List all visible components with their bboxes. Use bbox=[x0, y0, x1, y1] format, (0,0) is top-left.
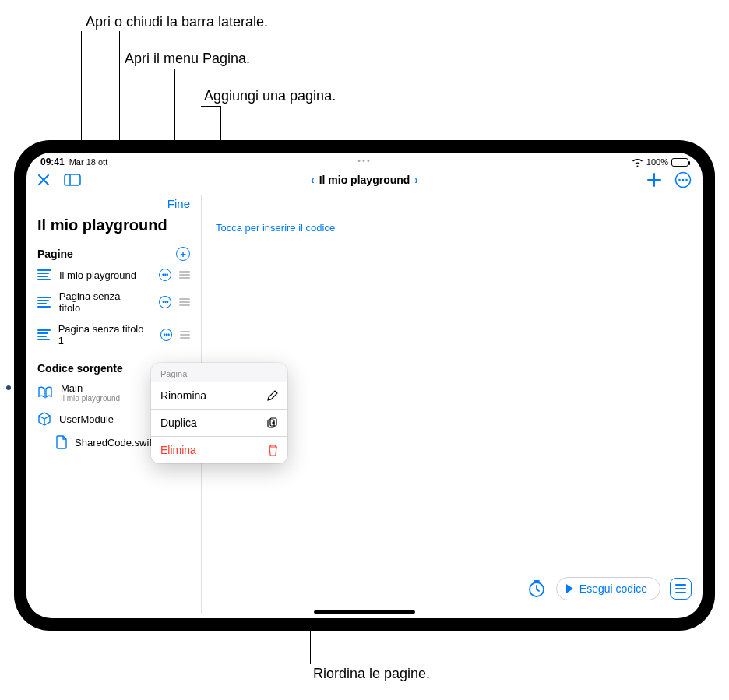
more-icon[interactable] bbox=[674, 171, 692, 188]
pages-section-header: Pagine bbox=[37, 248, 73, 260]
multitask-dots-icon[interactable]: ••• bbox=[357, 156, 372, 165]
add-icon[interactable] bbox=[646, 172, 662, 188]
context-menu-rename-label: Rinomina bbox=[160, 389, 206, 402]
book-icon bbox=[37, 386, 53, 399]
page-label: Pagina senza titolo bbox=[59, 290, 144, 314]
done-button[interactable]: Fine bbox=[167, 197, 190, 210]
page-label: Pagina senza titolo 1 bbox=[58, 323, 146, 346]
page-row[interactable]: Pagina senza titolo ••• bbox=[26, 286, 201, 318]
page-icon bbox=[37, 297, 51, 308]
ipad-screen: ••• 09:41 Mar 18 ott 100% bbox=[26, 153, 703, 618]
run-code-label: Esegui codice bbox=[579, 582, 647, 595]
run-code-button[interactable]: Esegui codice bbox=[556, 577, 660, 600]
source-section-header: Codice sorgente bbox=[37, 362, 123, 375]
status-time: 09:41 bbox=[40, 157, 65, 167]
source-file-label: SharedCode.swift bbox=[75, 437, 155, 448]
page-row[interactable]: Il mio playground ••• bbox=[26, 264, 201, 286]
page-menu-button[interactable]: ••• bbox=[159, 269, 171, 281]
toolbar: ‹ Il mio playground › bbox=[26, 167, 703, 195]
context-menu-delete-label: Elimina bbox=[160, 444, 196, 456]
drag-handle-icon[interactable] bbox=[180, 331, 190, 339]
source-module-label: UserModule bbox=[59, 413, 114, 425]
wifi-icon bbox=[632, 158, 643, 167]
page-menu-button[interactable]: ••• bbox=[159, 296, 171, 308]
callout-sidebar-toggle: Apri o chiudi la barra laterale. bbox=[86, 14, 268, 30]
sidebar-toggle-icon[interactable] bbox=[64, 174, 81, 186]
play-icon bbox=[566, 584, 573, 593]
editor-placeholder[interactable]: Tocca per inserire il codice bbox=[216, 222, 335, 234]
drag-handle-icon[interactable] bbox=[179, 271, 190, 279]
battery-percent: 100% bbox=[646, 157, 668, 167]
back-chevron-icon[interactable]: ‹ bbox=[311, 174, 315, 186]
svg-rect-0 bbox=[65, 174, 80, 185]
box-icon bbox=[37, 412, 51, 426]
context-menu-duplicate-label: Duplica bbox=[160, 417, 197, 429]
page-row[interactable]: Pagina senza titolo 1 ••• bbox=[26, 318, 201, 351]
page-label: Il mio playground bbox=[59, 269, 136, 281]
sidebar: Fine Il mio playground Pagine + Il mio p… bbox=[26, 195, 202, 614]
forward-chevron-icon[interactable]: › bbox=[414, 174, 418, 186]
callout-reorder-pages: Riordina le pagine. bbox=[313, 666, 430, 682]
results-panel-icon[interactable] bbox=[670, 578, 692, 600]
battery-icon bbox=[671, 158, 688, 167]
sidebar-title: Il mio playground bbox=[26, 216, 201, 242]
svg-point-3 bbox=[678, 179, 681, 181]
page-icon bbox=[37, 269, 51, 280]
file-icon bbox=[56, 435, 67, 449]
page-menu-button[interactable]: ••• bbox=[160, 329, 172, 341]
status-date: Mar 18 ott bbox=[69, 157, 108, 167]
add-page-button[interactable]: + bbox=[176, 247, 190, 261]
callout-add-page: Aggiungi una pagina. bbox=[204, 88, 336, 104]
callout-open-page-menu: Apri il menu Pagina. bbox=[125, 51, 250, 67]
drag-handle-icon[interactable] bbox=[179, 298, 190, 306]
source-main-label: Main bbox=[61, 382, 120, 394]
document-title[interactable]: Il mio playground bbox=[319, 174, 410, 186]
code-editor[interactable]: Tocca per inserire il codice Esegui codi… bbox=[202, 195, 703, 614]
timer-icon[interactable] bbox=[526, 579, 547, 599]
svg-point-5 bbox=[685, 179, 688, 181]
callout-line bbox=[119, 69, 174, 69]
camera-dot bbox=[6, 385, 11, 390]
svg-point-4 bbox=[682, 179, 685, 181]
page-icon bbox=[37, 329, 51, 340]
ipad-frame: ••• 09:41 Mar 18 ott 100% bbox=[14, 140, 715, 631]
close-icon[interactable] bbox=[37, 174, 50, 186]
home-indicator[interactable] bbox=[314, 610, 415, 614]
source-main-sub: Il mio playground bbox=[61, 394, 120, 403]
callout-line bbox=[201, 106, 220, 107]
